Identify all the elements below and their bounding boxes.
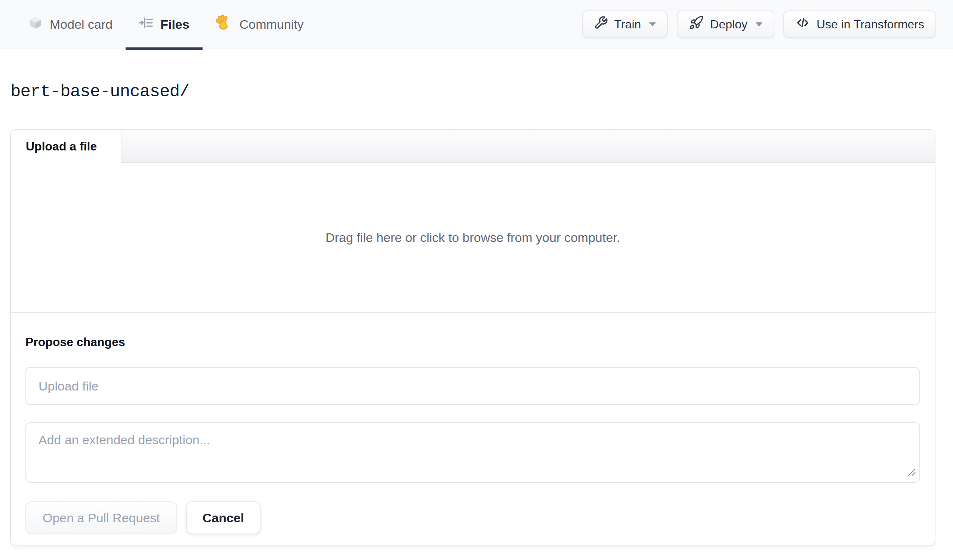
tab-community[interactable]: Community (203, 0, 317, 48)
propose-changes-heading: Propose changes (25, 335, 920, 349)
tab-upload-a-file[interactable]: Upload a file (11, 130, 121, 163)
code-icon (795, 15, 810, 33)
use-in-transformers-button[interactable]: Use in Transformers (783, 11, 936, 38)
file-dropzone[interactable]: Drag file here or click to browse from y… (11, 163, 935, 313)
upload-card-header: Upload a file (11, 130, 935, 163)
train-button[interactable]: Train (582, 11, 668, 38)
chevron-down-icon (649, 22, 656, 26)
waving-hand-icon (216, 14, 233, 34)
upload-file-card: Upload a file Drag file here or click to… (10, 129, 936, 546)
button-label: Train (615, 17, 641, 31)
rocket-icon (689, 15, 704, 33)
button-label: Use in Transformers (816, 17, 924, 31)
tab-label: Community (239, 17, 304, 32)
tab-label: Files (160, 17, 189, 32)
button-label: Deploy (710, 17, 747, 31)
files-list-icon (139, 15, 154, 33)
wrench-icon (594, 15, 608, 33)
upload-file-input[interactable] (25, 367, 920, 405)
open-pull-request-button[interactable]: Open a Pull Request (25, 501, 177, 534)
chevron-down-icon (756, 22, 762, 26)
description-field-wrap (25, 422, 920, 483)
cancel-button[interactable]: Cancel (186, 501, 261, 534)
tab-files[interactable]: Files (126, 0, 202, 48)
deploy-button[interactable]: Deploy (677, 11, 775, 38)
extended-description-textarea[interactable] (25, 422, 920, 483)
tab-label: Model card (50, 17, 112, 32)
upload-card-header-spacer (121, 130, 935, 163)
repo-action-buttons: Train Deploy (582, 0, 936, 48)
form-buttons-row: Open a Pull Request Cancel (25, 501, 920, 534)
propose-changes-section: Propose changes Open a Pull Request Canc… (11, 335, 935, 545)
cube-icon (28, 15, 43, 33)
repo-nav-tabs: Model card Files (15, 0, 317, 48)
repo-navbar: Model card Files (0, 0, 953, 49)
dropzone-hint-text: Drag file here or click to browse from y… (326, 230, 620, 245)
tab-model-card[interactable]: Model card (15, 0, 126, 48)
breadcrumb[interactable]: bert-base-uncased/ (11, 82, 953, 102)
